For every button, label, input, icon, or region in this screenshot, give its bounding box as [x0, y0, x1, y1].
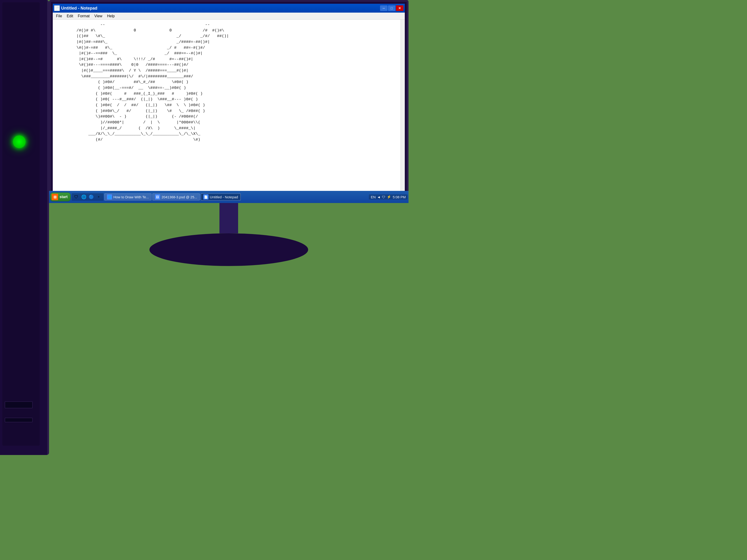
- taskbar: ⊞ start 🛡 🌐 🔵 » 🌐 How to Draw With Te...…: [49, 191, 409, 203]
- taskbar-task-notepad-icon: 📄: [203, 194, 208, 199]
- maximize-button[interactable]: □: [388, 5, 395, 11]
- taskbar-task-browser-icon: 🌐: [107, 194, 112, 199]
- monitor-stand-base: [149, 233, 308, 266]
- taskbar-systray: EN ◄ 🛡 ⚡ 5:08 PM: [369, 194, 408, 199]
- taskbar-quick-launch: 🛡 🌐 🔵 »: [72, 193, 103, 201]
- notepad-window-icon: 📄: [54, 5, 60, 11]
- taskbar-icon-expand[interactable]: »: [96, 194, 102, 200]
- taskbar-task-photoshop[interactable]: 🖼 2041368-3.psd @ 25...: [152, 193, 200, 201]
- taskbar-time: 5:08 PM: [393, 195, 406, 199]
- notepad-content-area[interactable]: -- -- /#()# #\ θ θ /# #()#\ |()## \#\_ _…: [53, 20, 405, 195]
- start-button[interactable]: ⊞ start: [50, 192, 71, 202]
- menu-format[interactable]: Format: [75, 14, 92, 19]
- taskbar-av2-icon: ⚡: [387, 195, 391, 199]
- menu-view[interactable]: View: [92, 14, 105, 19]
- notepad-menubar: File Edit Format View Help: [53, 12, 405, 20]
- taskbar-task-browser-label: How to Draw With Te...: [113, 195, 149, 199]
- taskbar-task-photoshop-icon: 🖼: [155, 194, 160, 199]
- taskbar-av-icon: 🛡: [382, 195, 385, 199]
- notepad-text: -- -- /#()# #\ θ θ /# #()#\ |()## \#\_ _…: [57, 22, 400, 142]
- notepad-title: Untitled - Notepad: [61, 6, 380, 11]
- titlebar-buttons: ─ □ ✕: [380, 5, 403, 11]
- taskbar-icon-ie[interactable]: 🔵: [88, 194, 95, 200]
- menu-file[interactable]: File: [54, 14, 65, 19]
- taskbar-icon-browser[interactable]: 🌐: [80, 194, 87, 200]
- notepad-titlebar: 📄 Untitled - Notepad ─ □ ✕: [53, 4, 405, 12]
- taskbar-language: EN: [371, 195, 376, 199]
- taskbar-task-browser[interactable]: 🌐 How to Draw With Te...: [104, 193, 152, 201]
- start-label: start: [59, 195, 68, 199]
- pc-tower-inner: [2, 2, 40, 446]
- monitor: 📄 Untitled - Notepad ─ □ ✕ File Edit For…: [49, 0, 409, 203]
- pc-power-light: [13, 135, 26, 148]
- taskbar-arrow-left: ◄: [377, 195, 381, 199]
- pc-drive-slot-2: [5, 418, 33, 422]
- menu-edit[interactable]: Edit: [65, 14, 76, 19]
- taskbar-task-notepad[interactable]: 📄 Untitled - Notepad: [201, 193, 241, 201]
- taskbar-task-notepad-label: Untitled - Notepad: [210, 195, 238, 199]
- notepad-window: 📄 Untitled - Notepad ─ □ ✕ File Edit For…: [53, 4, 405, 195]
- monitor-screen: 📄 Untitled - Notepad ─ □ ✕ File Edit For…: [53, 4, 405, 195]
- minimize-button[interactable]: ─: [380, 5, 387, 11]
- taskbar-icon-av[interactable]: 🛡: [73, 194, 80, 200]
- notepad-scrollbar[interactable]: [401, 20, 405, 195]
- monitor-bezel: 📄 Untitled - Notepad ─ □ ✕ File Edit For…: [49, 0, 409, 196]
- pc-drive-slot-1: [5, 401, 33, 408]
- windows-flag-icon: ⊞: [52, 194, 58, 200]
- close-button[interactable]: ✕: [396, 5, 403, 11]
- pc-tower: [0, 0, 49, 455]
- menu-help[interactable]: Help: [105, 14, 117, 19]
- taskbar-task-photoshop-label: 2041368-3.psd @ 25...: [161, 195, 197, 199]
